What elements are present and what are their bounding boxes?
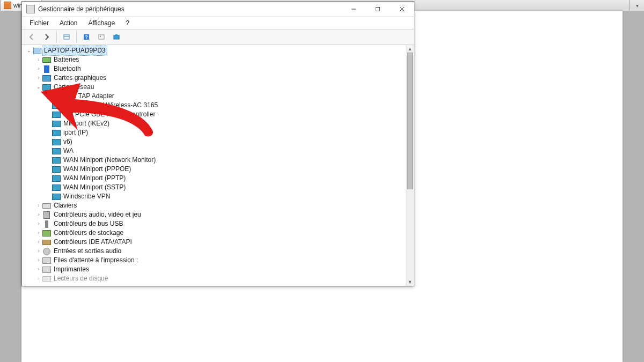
back-button[interactable] bbox=[25, 31, 38, 43]
tree-node-keyboards[interactable]: › Claviers bbox=[22, 201, 406, 210]
tree-label: LAPTOP-PUAD9PD3 bbox=[43, 46, 107, 55]
tree-label: VPN TAP Adapter bbox=[62, 92, 115, 101]
toolbar-separator bbox=[76, 32, 77, 42]
network-adapter-icon bbox=[52, 193, 61, 201]
bluetooth-icon bbox=[42, 65, 51, 73]
tree-node-print-queues[interactable]: › Files d'attente à l'impression : bbox=[22, 256, 406, 265]
network-adapter-icon bbox=[52, 174, 61, 183]
expander-icon[interactable]: ⌄ bbox=[25, 46, 33, 55]
tree-node-usb-controllers[interactable]: › Contrôleurs de bus USB bbox=[22, 219, 406, 228]
toolbar: ? bbox=[22, 29, 414, 45]
expander-icon[interactable]: › bbox=[35, 228, 42, 238]
tree-node-disks[interactable]: › Lecteurs de disque bbox=[22, 274, 406, 283]
expander-icon[interactable]: › bbox=[35, 219, 42, 228]
tree-leaf-network-adapter[interactable]: WAN Miniport (SSTP) bbox=[22, 183, 406, 192]
tree-leaf-network-adapter[interactable]: WAN Miniport (PPTP) bbox=[22, 174, 406, 183]
taskbar-overflow-button[interactable]: ▾ bbox=[630, 0, 644, 11]
tree-leaf-network-adapter[interactable]: (R) Dual Band Wireless-AC 3165 bbox=[22, 101, 406, 110]
svg-text:?: ? bbox=[85, 34, 88, 40]
close-button[interactable] bbox=[390, 2, 414, 17]
svg-rect-1 bbox=[376, 8, 379, 11]
display-adapter-icon bbox=[42, 74, 51, 83]
network-adapter-icon bbox=[52, 129, 61, 137]
scroll-down-button[interactable]: ▼ bbox=[406, 278, 414, 286]
tree-label: WAN Miniport (Network Monitor) bbox=[62, 156, 157, 165]
vertical-scrollbar[interactable]: ▲ ▼ bbox=[406, 45, 414, 286]
tree-leaf-network-adapter[interactable]: VPN TAP Adapter bbox=[22, 92, 406, 101]
tree-leaf-network-adapter[interactable]: Miniport (IKEv2) bbox=[22, 119, 406, 128]
expander-icon[interactable]: › bbox=[35, 64, 42, 73]
expander-icon[interactable]: › bbox=[35, 201, 42, 210]
tree-label: Files d'attente à l'impression : bbox=[53, 256, 139, 265]
tree-node-network-adapters[interactable]: ⌄ Cartes réseau bbox=[22, 83, 406, 92]
menu-affichage[interactable]: Affichage bbox=[83, 18, 120, 28]
svg-rect-10 bbox=[114, 35, 119, 39]
network-adapter-icon bbox=[52, 156, 61, 165]
menu-aide[interactable]: ? bbox=[120, 18, 135, 28]
tree-label: Lecteurs de disque bbox=[53, 274, 109, 283]
expander-icon[interactable]: › bbox=[35, 256, 42, 265]
tree-node-batteries[interactable]: › Batteries bbox=[22, 55, 406, 64]
scroll-track[interactable] bbox=[406, 53, 414, 278]
storage-icon bbox=[42, 229, 51, 238]
network-adapter-icon bbox=[52, 147, 61, 156]
tree-node-audio-io[interactable]: › Entrées et sorties audio bbox=[22, 247, 406, 256]
tree-label: WAN Miniport (PPTP) bbox=[62, 174, 127, 183]
expander-icon[interactable]: ⌄ bbox=[35, 83, 42, 92]
expander-icon[interactable]: › bbox=[35, 247, 42, 256]
menu-fichier[interactable]: Fichier bbox=[24, 18, 54, 28]
tree-leaf-network-adapter[interactable]: ltek PCIe GBE Family Controller bbox=[22, 110, 406, 119]
forward-button[interactable] bbox=[40, 31, 53, 43]
network-adapter-icon bbox=[52, 92, 61, 101]
printer-icon bbox=[42, 265, 51, 274]
tree-label: Contrôleurs de stockage bbox=[53, 228, 125, 238]
tree-label: Contrôleurs IDE ATA/ATAPI bbox=[53, 238, 133, 247]
expander-icon[interactable]: › bbox=[35, 73, 42, 83]
tree-label: Contrôleurs audio, vidéo et jeu bbox=[53, 210, 142, 219]
tree-leaf-network-adapter[interactable]: WA bbox=[22, 146, 406, 156]
svg-rect-9 bbox=[100, 36, 101, 37]
tree-node-graphics[interactable]: › Cartes graphiques bbox=[22, 73, 406, 83]
computer-icon bbox=[33, 47, 41, 55]
tree-node-storage-controllers[interactable]: › Contrôleurs de stockage bbox=[22, 228, 406, 238]
menu-action[interactable]: Action bbox=[54, 18, 83, 28]
tree-leaf-network-adapter[interactable]: v6) bbox=[22, 137, 406, 146]
svg-rect-4 bbox=[64, 35, 69, 39]
tree-leaf-network-adapter[interactable]: Windscribe VPN bbox=[22, 192, 406, 201]
tree-node-bluetooth[interactable]: › Bluetooth bbox=[22, 64, 406, 73]
network-adapter-icon bbox=[52, 183, 61, 192]
help-button[interactable]: ? bbox=[80, 31, 93, 43]
tree-node-root[interactable]: ⌄ LAPTOP-PUAD9PD3 bbox=[22, 46, 406, 55]
printer-icon bbox=[42, 256, 51, 265]
scan-hardware-button[interactable] bbox=[110, 31, 123, 43]
tree-node-ide-controllers[interactable]: › Contrôleurs IDE ATA/ATAPI bbox=[22, 238, 406, 247]
tree-label: v6) bbox=[62, 137, 74, 146]
expander-icon[interactable]: › bbox=[35, 55, 42, 64]
device-tree[interactable]: ⌄ LAPTOP-PUAD9PD3 › Batteries › Bluetoot… bbox=[22, 45, 406, 286]
tree-label: WA bbox=[62, 146, 75, 156]
tree-leaf-network-adapter[interactable]: WAN Miniport (PPPOE) bbox=[22, 165, 406, 174]
tree-leaf-network-adapter[interactable]: iport (IP) bbox=[22, 128, 406, 137]
titlebar[interactable]: Gestionnaire de périphériques bbox=[22, 2, 414, 17]
scroll-up-button[interactable]: ▲ bbox=[406, 45, 414, 53]
tree-label: Claviers bbox=[53, 201, 78, 210]
expander-icon[interactable]: › bbox=[35, 265, 42, 274]
tree-label: iport (IP) bbox=[62, 128, 89, 137]
tree-leaf-network-adapter[interactable]: WAN Miniport (Network Monitor) bbox=[22, 156, 406, 165]
minimize-button[interactable] bbox=[341, 2, 365, 17]
window-title: Gestionnaire de périphériques bbox=[38, 5, 125, 13]
keyboard-icon bbox=[42, 202, 51, 210]
properties-button[interactable] bbox=[95, 31, 108, 43]
tree-node-audio-controllers[interactable]: › Contrôleurs audio, vidéo et jeu bbox=[22, 210, 406, 219]
usb-icon bbox=[42, 220, 51, 228]
expander-icon[interactable]: › bbox=[35, 210, 42, 219]
expander-icon[interactable]: › bbox=[35, 274, 42, 283]
svg-rect-8 bbox=[99, 35, 104, 39]
expander-icon[interactable]: › bbox=[35, 238, 42, 247]
battery-icon bbox=[42, 56, 51, 64]
scroll-thumb[interactable] bbox=[407, 53, 413, 189]
tree-node-printers[interactable]: › Imprimantes bbox=[22, 265, 406, 274]
show-hidden-button[interactable] bbox=[60, 31, 73, 43]
network-adapter-icon bbox=[42, 83, 51, 92]
maximize-button[interactable] bbox=[365, 2, 390, 17]
